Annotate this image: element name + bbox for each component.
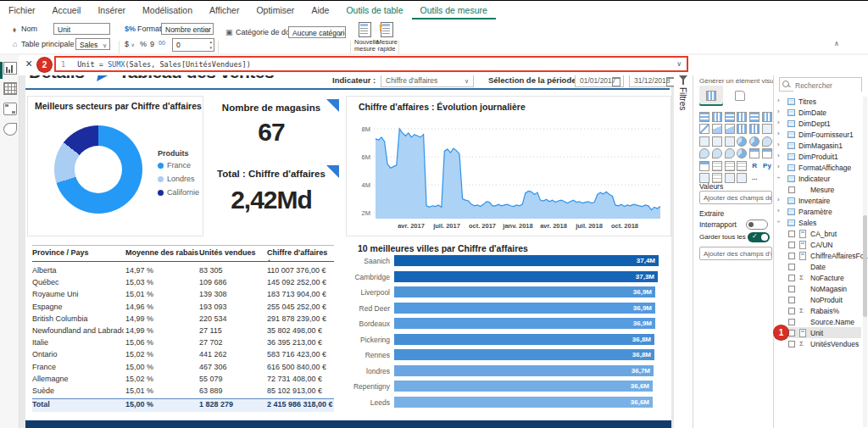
bar[interactable]: 36,9M [394, 286, 655, 297]
field-checkbox[interactable] [788, 308, 795, 314]
collapse-ribbon-icon[interactable]: ∧ [834, 40, 839, 47]
keep-filters-toggle[interactable]: ✓ [748, 232, 770, 242]
field-checkbox[interactable] [788, 341, 795, 347]
expand-chevron-icon[interactable]: › [777, 108, 780, 115]
ribbon-tab-optimiser[interactable]: Optimiser [248, 1, 303, 19]
dax-query-view-icon[interactable] [3, 123, 17, 136]
stacked-column-chart-icon[interactable] [712, 112, 722, 122]
table-view-icon[interactable] [3, 82, 17, 95]
ribbon-tab-mod-lisation[interactable]: Modélisation [134, 1, 201, 19]
table-visual[interactable]: Province / PaysMoyenne des rabaisUnités … [25, 243, 341, 413]
table-cell[interactable]: 255 045 252,00 € [267, 303, 359, 311]
table-cell[interactable]: 85 102 913,00 € [267, 386, 359, 395]
ribbon-tab-outils-de-mesure[interactable]: Outils de mesure [412, 1, 496, 19]
table-cell[interactable]: British Columbia [32, 314, 124, 323]
field-checkbox[interactable] [788, 319, 795, 325]
ribbon-tab-outils-de-table[interactable]: Outils de table [337, 1, 411, 19]
treemap-icon[interactable] [762, 136, 772, 147]
area-chart-icon[interactable] [712, 124, 722, 134]
stacked-area-chart-icon[interactable] [725, 124, 735, 134]
thousands-separator-icon[interactable]: 9 [150, 40, 154, 48]
decimal-places-stepper[interactable]: 0 ▴▾ [172, 38, 214, 52]
measure-name-input[interactable]: Unit [53, 23, 110, 35]
table-cell[interactable]: Suède [32, 386, 124, 395]
home-table-select[interactable]: Sales∨ [75, 38, 110, 50]
field-tree-item-chiffreaffairesfor-[interactable]: ChiffreAffairesFor... [774, 251, 863, 262]
field-checkbox[interactable] [788, 231, 795, 237]
field-tree-item-formataffichage[interactable]: ›FormatAffichage [774, 163, 863, 174]
map-icon[interactable] [699, 148, 709, 158]
field-search[interactable] [779, 77, 862, 92]
table-cell[interactable]: 183 713 904,00 € [267, 290, 359, 298]
matrix-icon[interactable] [737, 161, 747, 171]
expand-chevron-icon[interactable]: › [777, 163, 780, 170]
more-options-icon[interactable]: ... [749, 173, 760, 183]
expand-chevron-icon[interactable]: › [777, 196, 780, 203]
expand-chevron-icon[interactable]: › [777, 207, 780, 214]
python-script-icon[interactable]: Py [762, 161, 772, 171]
table-cell[interactable]: Espagne [32, 303, 124, 311]
collapse-chevron-icon[interactable]: › [775, 220, 782, 223]
field-tree-item-dimproduit1[interactable]: ›DimProduit1 [774, 152, 863, 163]
field-tree-item-ca-brut[interactable]: CA_brut [774, 229, 863, 240]
field-tree-item-inventaire[interactable]: ›Inventaire [774, 196, 863, 207]
bar[interactable]: 36,6M [394, 381, 653, 392]
table-cell[interactable]: 291 878 239,00 € [267, 314, 359, 323]
cross-report-toggle[interactable] [746, 220, 768, 230]
formula-input[interactable]: 1 Unit = SUMX(Sales, Sales[UnitésVendues… [54, 56, 688, 72]
table-cell[interactable]: 616 500 840,00 € [267, 363, 359, 371]
bar[interactable]: 36,9M [394, 318, 655, 329]
expand-chevron-icon[interactable]: › [777, 97, 780, 104]
table-cell[interactable]: 110 007 376,00 € [267, 266, 359, 275]
field-checkbox[interactable] [788, 297, 795, 303]
data-category-select[interactable]: Aucune catégorie∨ [288, 26, 346, 38]
field-tree-item-dimdept1[interactable]: ›DimDept1 [774, 119, 863, 130]
legend-item-france[interactable]: France [158, 161, 191, 170]
filled-map-icon[interactable] [712, 148, 722, 158]
currency-format-icon[interactable]: $ ∨ [125, 40, 135, 48]
field-tree-item-dimfournisseur1[interactable]: ›DimFournisseur1 [774, 130, 863, 141]
stacked-bar-chart-icon[interactable] [699, 112, 709, 122]
field-checkbox[interactable] [788, 264, 795, 270]
table-cell[interactable]: 35 802 498,00 € [267, 326, 359, 335]
legend-item-californie[interactable]: Californie [158, 188, 199, 197]
scatter-chart-icon[interactable] [725, 136, 735, 147]
field-checkbox[interactable] [788, 253, 795, 259]
column-header[interactable]: Province / Pays [32, 248, 121, 257]
filters-panel-collapsed[interactable]: Filtres [674, 55, 693, 428]
table-cell[interactable]: 583 716 423,00 € [267, 350, 359, 359]
table-cell[interactable]: 145 092 252,00 € [267, 278, 359, 286]
field-tree-item-date[interactable]: Date [774, 262, 863, 273]
stepper-arrows-icon[interactable]: ▴▾ [209, 39, 212, 51]
values-field-well[interactable]: Ajouter des champs de don... [699, 191, 772, 204]
expand-formula-bar-icon[interactable]: ∨ [676, 60, 682, 68]
table-cell[interactable]: Newfoundland and Labrador [32, 326, 124, 335]
model-view-icon[interactable] [3, 103, 17, 115]
bar[interactable]: 36,7M [394, 365, 654, 376]
ribbon-tab-aide[interactable]: Aide [303, 1, 337, 19]
field-checkbox[interactable] [788, 286, 795, 292]
r-script-icon[interactable]: R [749, 161, 760, 171]
format-visual-tab[interactable] [728, 86, 752, 106]
clustered-bar-chart-icon[interactable] [725, 112, 735, 122]
table-cell[interactable]: Italie [32, 338, 124, 347]
qna-icon[interactable] [725, 173, 735, 183]
table-cell[interactable]: France [32, 363, 124, 371]
multi-row-card-icon[interactable] [762, 148, 772, 158]
field-tree-item-titres[interactable]: ›Titres [774, 97, 863, 108]
report-view-icon[interactable] [3, 62, 17, 75]
gauge-icon[interactable] [737, 148, 747, 158]
legend-item-londres[interactable]: Londres [158, 175, 195, 183]
table-cell[interactable]: Allemagne [32, 375, 124, 383]
format-select[interactable]: Nombre entier∨ [161, 23, 214, 35]
ribbon-tab-ins-rer[interactable]: Insérer [89, 1, 134, 19]
field-checkbox[interactable] [788, 242, 795, 248]
table-cell[interactable]: Ontario [32, 350, 124, 359]
line-and-clustered-column-chart-icon[interactable] [749, 124, 760, 134]
field-tree-item-noproduit[interactable]: NoProduit [774, 295, 863, 306]
card-icon[interactable] [749, 148, 760, 158]
field-tree-item-mesure[interactable]: Mesure [774, 185, 863, 196]
field-tree-item-indicateur[interactable]: ›Indicateur [774, 174, 863, 185]
field-checkbox[interactable] [788, 275, 795, 281]
field-tree-item-param-tre[interactable]: ›Paramètre [774, 207, 863, 218]
